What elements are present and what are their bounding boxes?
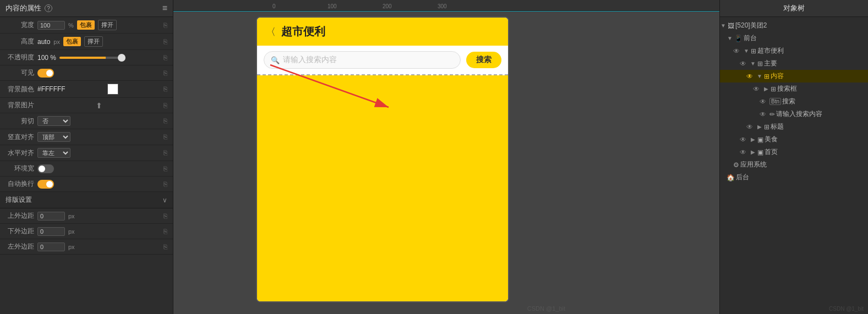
attribution: CSDN @1_bit: [527, 305, 565, 312]
width-row: 宽度 % 包裹 撑开 ⎘: [0, 17, 173, 34]
tree-item-supermarket[interactable]: 👁 ▼ ⊞ 超市便利: [720, 45, 868, 57]
auto-wrap-copy-icon[interactable]: ⎘: [163, 180, 167, 188]
clip-label: 剪切: [6, 117, 34, 126]
tree-item-backend[interactable]: 🏠 后台: [720, 171, 868, 184]
tree-item-searchbtn[interactable]: 👁 Btn 搜索: [720, 95, 868, 108]
halign-select[interactable]: 靠左 居中 靠右: [37, 148, 70, 158]
tree-item-title[interactable]: 👁 ▶ ⊞ 标题: [720, 120, 868, 133]
search-icon: 🔍: [271, 56, 280, 64]
phone-mockup: 〈 超市便利 🔍 请输入搜索内容 搜索: [256, 16, 509, 302]
opacity-slider-container: [59, 57, 160, 59]
icon-food: ▣: [757, 136, 763, 144]
width-copy-icon[interactable]: ⎘: [163, 21, 167, 29]
label-food: 美食: [765, 135, 778, 144]
ruler-200: 200: [383, 3, 392, 9]
env-width-toggle[interactable]: [37, 164, 54, 173]
label-main: 主要: [764, 59, 777, 68]
bg-color-row: 背景颜色 #FFFFFF ⎘: [0, 81, 173, 98]
eye-food[interactable]: 👁: [740, 136, 746, 144]
env-width-copy-icon[interactable]: ⎘: [163, 165, 167, 173]
app-header: 〈 超市便利: [257, 18, 508, 46]
label-searchbox: 搜索框: [777, 84, 797, 93]
auto-wrap-label: 自动换行: [6, 179, 34, 189]
label-content: 内容: [771, 71, 784, 81]
eye-main[interactable]: 👁: [740, 60, 746, 68]
panel-title-group: 内容的属性 ?: [6, 3, 52, 13]
ruler-300: 300: [438, 3, 447, 9]
eye-searchinput[interactable]: 👁: [760, 111, 766, 118]
bg-image-copy-icon[interactable]: ⎘: [163, 102, 167, 109]
icon-searchinput: ✏: [769, 111, 775, 118]
eye-home[interactable]: 👁: [740, 148, 746, 156]
tree-item-searchbox[interactable]: 👁 ▶ ⊞ 搜索框: [720, 82, 868, 95]
canvas-content[interactable]: 〈 超市便利 🔍 请输入搜索内容 搜索: [173, 11, 719, 314]
tree-item-searchinput[interactable]: 👁 ✏ 请输入搜索内容: [720, 108, 868, 120]
env-width-knob: [39, 166, 45, 172]
bg-color-label: 背景颜色: [6, 85, 34, 94]
margin-left-copy-icon[interactable]: ⎘: [163, 243, 167, 251]
tree-item-frontend[interactable]: ▼ 📱 前台: [720, 32, 868, 45]
menu-icon[interactable]: ≡: [162, 3, 167, 13]
arrow-home: ▶: [750, 149, 756, 155]
icon-searchbox: ⊞: [771, 85, 776, 93]
eye-content[interactable]: 👁: [746, 73, 753, 80]
env-width-row: 环境宽 ⎘: [0, 161, 173, 177]
opacity-slider[interactable]: [59, 57, 125, 59]
phone-screen: 〈 超市便利 🔍 请输入搜索内容 搜索: [257, 18, 508, 301]
width-wrap-btn[interactable]: 包裹: [77, 20, 95, 30]
search-button[interactable]: 搜索: [466, 52, 501, 68]
tree-item-main[interactable]: 👁 ▼ ⊞ 主要: [720, 57, 868, 70]
right-panel: 对象树 ▼ 🖼 [520]美团2 ▼ 📱 前台 👁 ▼ ⊞ 超市便利 👁 ▼ ⊞…: [719, 0, 868, 314]
width-value[interactable]: [37, 21, 65, 30]
back-button[interactable]: 〈: [266, 25, 276, 38]
eye-searchbtn[interactable]: 👁: [760, 98, 766, 106]
height-wrap-btn[interactable]: 包裹: [63, 37, 81, 46]
height-row: 高度 auto px 包裹 撑开 ⎘: [0, 34, 173, 50]
visible-copy-icon[interactable]: ⎘: [163, 69, 167, 77]
layout-section-header[interactable]: 排版设置 ∨: [0, 192, 173, 208]
help-icon[interactable]: ?: [45, 4, 52, 12]
icon-content: ⊞: [764, 73, 769, 80]
margin-top-value[interactable]: [37, 212, 65, 221]
icon-appsys: ⚙: [733, 161, 739, 169]
tree-item-home[interactable]: 👁 ▶ ▣ 首页: [720, 146, 868, 158]
clip-copy-icon[interactable]: ⎘: [163, 117, 167, 125]
label-root: [520]美团2: [735, 21, 767, 30]
height-copy-icon[interactable]: ⎘: [163, 38, 167, 46]
left-panel: 内容的属性 ? ≡ 宽度 % 包裹 撑开 ⎘ 高度 auto px 包裹 撑开 …: [0, 0, 173, 314]
halign-copy-icon[interactable]: ⎘: [163, 149, 167, 157]
attribution-text: CSDN @1_bit: [829, 306, 864, 312]
tree-item-content[interactable]: 👁 ▼ ⊞ 内容: [720, 70, 868, 82]
arrow-supermarket: ▼: [743, 48, 750, 54]
eye-supermarket[interactable]: 👁: [733, 47, 740, 55]
opacity-copy-icon[interactable]: ⎘: [163, 54, 167, 62]
upload-icon[interactable]: ⬆: [96, 101, 102, 110]
margin-bottom-unit: px: [68, 228, 75, 235]
icon-supermarket: ⊞: [751, 47, 756, 55]
label-searchinput: 请输入搜索内容: [776, 109, 822, 119]
width-stretch-btn[interactable]: 撑开: [98, 20, 117, 30]
height-unit: px: [53, 38, 60, 45]
visible-toggle[interactable]: [37, 69, 54, 78]
bg-color-copy-icon[interactable]: ⎘: [163, 85, 167, 93]
auto-wrap-toggle[interactable]: [37, 180, 54, 189]
eye-searchbox[interactable]: 👁: [753, 85, 760, 93]
label-appsys: 应用系统: [740, 160, 767, 169]
tree-item-food[interactable]: 👁 ▶ ▣ 美食: [720, 133, 868, 146]
ruler-100: 100: [327, 3, 337, 9]
icon-root: 🖼: [728, 22, 734, 30]
height-stretch-btn[interactable]: 撑开: [84, 36, 103, 47]
margin-bottom-copy-icon[interactable]: ⎘: [163, 228, 167, 235]
ruler-0: 0: [272, 3, 276, 9]
margin-left-value[interactable]: [37, 243, 65, 251]
clip-select[interactable]: 否 是: [37, 116, 70, 126]
valign-select[interactable]: 顶部 居中 底部: [37, 132, 70, 142]
bg-color-swatch[interactable]: [107, 84, 118, 95]
tree-item-root[interactable]: ▼ 🖼 [520]美团2: [720, 19, 868, 32]
valign-copy-icon[interactable]: ⎘: [163, 133, 167, 141]
tree-item-appsys[interactable]: ⚙ 应用系统: [720, 158, 868, 171]
margin-bottom-value[interactable]: [37, 227, 65, 236]
eye-title[interactable]: 👁: [746, 123, 753, 131]
valign-label: 竖直对齐: [6, 133, 34, 142]
margin-top-copy-icon[interactable]: ⎘: [163, 212, 167, 220]
